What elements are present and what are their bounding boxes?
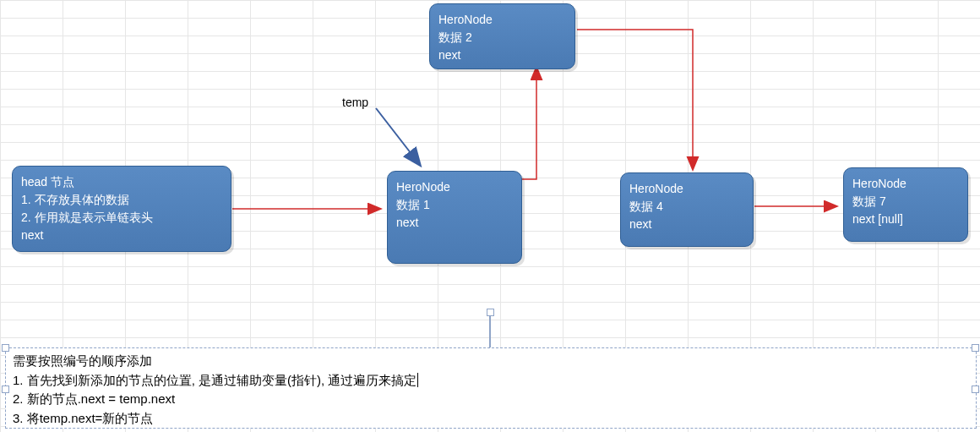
rotation-handle[interactable]	[486, 309, 494, 347]
notes-step2: 2. 新的节点.next = temp.next	[13, 390, 969, 409]
node-n7-line2: 数据 7	[852, 194, 886, 208]
node-n7-line1: HeroNode	[852, 177, 906, 190]
selection-handle[interactable]	[487, 309, 494, 316]
node-n4-line3: next	[629, 217, 651, 231]
node-n1-line2: 数据 1	[396, 198, 430, 211]
node-n7-line3: next [null]	[852, 212, 903, 226]
node-n4-line1: HeroNode	[629, 182, 683, 195]
arrow-n2-to-n4	[577, 30, 693, 169]
node-head-line1: head 节点	[21, 175, 74, 189]
selection-handle[interactable]	[972, 386, 979, 393]
node-head-line4: next	[21, 228, 43, 242]
notes-title: 需要按照编号的顺序添加	[13, 352, 969, 371]
text-caret	[417, 373, 418, 387]
node-n2-line2: 数据 2	[438, 30, 472, 44]
diagram-canvas: head 节点 1. 不存放具体的数据 2. 作用就是表示单链表头 next H…	[0, 0, 980, 432]
rotation-stem	[489, 316, 491, 348]
notes-textbox[interactable]: 需要按照编号的顺序添加 1. 首先找到新添加的节点的位置, 是通过辅助变量(指针…	[5, 347, 977, 429]
selection-handle[interactable]	[972, 344, 979, 352]
node-n1-line3: next	[396, 216, 418, 229]
node-head: head 节点 1. 不存放具体的数据 2. 作用就是表示单链表头 next	[12, 166, 231, 252]
node-n1-line1: HeroNode	[396, 180, 450, 194]
node-head-line2: 1. 不存放具体的数据	[21, 193, 129, 206]
node-heronode-1: HeroNode 数据 1 next	[387, 171, 522, 264]
label-temp: temp	[342, 96, 368, 109]
notes-step1: 1. 首先找到新添加的节点的位置, 是通过辅助变量(指针), 通过遍历来搞定	[13, 371, 969, 391]
node-n2-line1: HeroNode	[438, 13, 493, 26]
selection-handle[interactable]	[2, 386, 9, 393]
selection-handle[interactable]	[2, 344, 9, 352]
node-head-line3: 2. 作用就是表示单链表头	[21, 211, 153, 224]
node-heronode-4: HeroNode 数据 4 next	[620, 172, 754, 247]
arrow-temp-pointer	[376, 108, 420, 165]
node-heronode-2: HeroNode 数据 2 next	[429, 3, 575, 69]
notes-step3: 3. 将temp.next=新的节点	[13, 409, 969, 429]
node-heronode-7: HeroNode 数据 7 next [null]	[843, 167, 968, 242]
node-n2-line3: next	[438, 48, 460, 62]
arrow-n1-to-n2	[521, 68, 536, 179]
node-n4-line2: 数据 4	[629, 200, 663, 213]
